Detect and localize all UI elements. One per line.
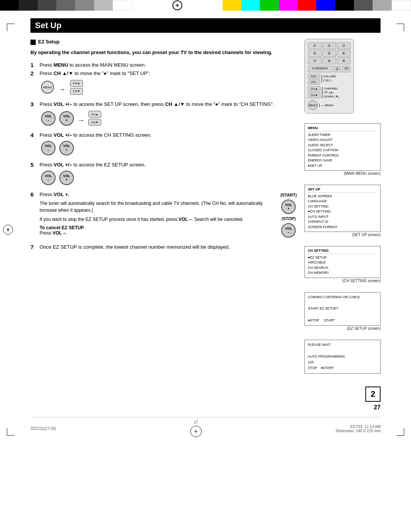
- ez-line3: START EZ SETUP?: [308, 306, 377, 312]
- num-1: ①: [308, 42, 322, 49]
- color-block-blue: [316, 0, 335, 11]
- step-4-block: 4 Press VOL +/– to access the CH SETTING…: [30, 132, 297, 155]
- menu-item-setup: ●SET UP: [308, 163, 377, 169]
- ch-setting-screen: CH SETTING ●EZ SETUP AIR/CABLE CH SEARCH…: [304, 246, 381, 278]
- ez-setup-content: CONNECT ANTENNA OR CABLE. START EZ SETUP…: [308, 294, 377, 323]
- step-2: 2 Press CH ▲/▼ to move the "●" mark to "…: [30, 70, 297, 77]
- step-1-2-block: 1 Press MENU to access the MAIN MENU scr…: [30, 62, 297, 95]
- step-7: 7 Once EZ SETUP is complete, the lowest …: [30, 244, 297, 251]
- prog-screen: PLEASE WAIT AUTO PROGRAMMING 125 STOP ●S…: [304, 340, 381, 373]
- footer-center: 27 +: [190, 420, 202, 437]
- num-0: ⓪: [333, 66, 341, 72]
- color-block-dgray: [354, 0, 373, 11]
- page-number: 27: [30, 404, 381, 411]
- content-area: Set Up EZ Setup By operating the channel…: [23, 18, 388, 437]
- ch-setting-caption: (CH SETTING screen): [304, 279, 381, 283]
- color-block-cyan: [241, 0, 260, 11]
- main-left: EZ Setup By operating the channel preset…: [30, 39, 297, 257]
- vol-minus-5: VOL–: [41, 171, 56, 185]
- step-7-block: 7 Once EZ SETUP is complete, the lowest …: [30, 244, 297, 251]
- step-3: 3 Press VOL +/– to access the SET UP scr…: [30, 101, 297, 108]
- cs-air: AIR/CABLE: [308, 260, 377, 265]
- step-1: 1 Press MENU to access the MAIN MENU scr…: [30, 62, 297, 69]
- step-3-text: Press VOL +/– to access the SET UP scree…: [40, 101, 297, 108]
- menu-item-video: VIDEO ADJUST: [308, 137, 377, 143]
- set-up-screen: SET UP BLUE SCREEN LANGUAGE CH SETTING ●…: [304, 185, 381, 232]
- color-block-dark1: [38, 0, 56, 11]
- step-7-text: Once EZ SETUP is complete, the lowest ch…: [40, 244, 297, 251]
- color-block-yellow: [223, 0, 241, 11]
- color-block-white2: [392, 0, 411, 11]
- page-title: Set Up: [35, 21, 376, 30]
- num-5: ⑤: [322, 50, 336, 57]
- step-5-diagram: VOL– VOL+: [41, 171, 297, 185]
- set-up-caption: (SET UP screen): [304, 233, 381, 237]
- num-7: ⑦: [308, 58, 322, 64]
- footer-part-code: 32C231(27-28): [30, 427, 56, 431]
- flashback-row: FLASHBACK ⓪ 100: [308, 66, 350, 72]
- menu-row-remote: MENU — MENU: [308, 100, 350, 110]
- step-6-num: 6: [30, 191, 37, 198]
- vol-plus-5: VOL+: [59, 171, 74, 185]
- step-5-text: Press VOL +/– to access the EZ SETUP scr…: [40, 161, 297, 168]
- step-5-num: 5: [30, 161, 37, 168]
- remote-numpad: ① ② ③ ④ ⑤ ⑥ ⑦ ⑧ ⑨: [308, 42, 350, 64]
- color-block-black1: [0, 0, 19, 11]
- section-header: EZ Setup: [30, 39, 297, 45]
- footer-row: 32C231(27-28) 27 + 3/27/03, 11:14 AM Dim…: [30, 417, 381, 437]
- color-block-green: [260, 0, 279, 11]
- num-2: ②: [322, 42, 336, 49]
- menu-circle-remote: MENU: [308, 100, 318, 110]
- step-7-num: 7: [30, 244, 37, 250]
- step-2-text: Press CH ▲/▼ to move the "●" mark to "SE…: [40, 70, 297, 77]
- footer-right: 3/27/03, 11:14 AM Dimension: 140 X 215 m…: [336, 425, 381, 433]
- ez-setup-caption: (EZ SETUP screen): [304, 326, 381, 331]
- step-4-text: Press VOL +/– to access the CH SETTING s…: [40, 132, 297, 139]
- step-1-text: Press MENU to access the MAIN MENU scree…: [40, 62, 297, 69]
- footer-date: 3/27/03, 11:14 AM: [336, 425, 381, 429]
- ch-section: CH▲ CH▼: [308, 86, 320, 98]
- step-12-diagram: MENU → CH▲ CH▼: [41, 80, 297, 95]
- color-block-light: [94, 0, 113, 11]
- step-3-block: 3 Press VOL +/– to access the SET UP scr…: [30, 101, 297, 126]
- set-up-screen-wrapper: SET UP BLUE SCREEN LANGUAGE CH SETTING ●…: [304, 185, 381, 237]
- cha-chv-section: CH▲ CH▼ CHANNELUP (▲)DOWN (▼): [308, 86, 350, 99]
- step-6-para1: The tuner will automatically search for …: [40, 200, 277, 214]
- prog-line2: [308, 348, 377, 353]
- cha-remote: CH▲: [308, 86, 320, 92]
- vol-minus-4: VOL–: [41, 141, 56, 155]
- main-layout: EZ Setup By operating the channel preset…: [30, 39, 381, 402]
- chv-btn-3: CH▼: [88, 119, 101, 126]
- num-9: ⑨: [337, 58, 350, 64]
- step-6-cancel: To cancel EZ SETUPPress VOL –.: [40, 225, 277, 236]
- color-block-white: [113, 0, 132, 11]
- step-6-right: (START) VOL+ (STOP) VOL–: [280, 191, 297, 238]
- step-4-diagram: VOL– VOL+: [41, 141, 297, 155]
- color-block-magenta: [279, 0, 298, 11]
- step-6-row: 6 Press VOL +. The tuner will automatica…: [30, 191, 297, 238]
- step-6-para2: If you want to stop the EZ SETUP process…: [40, 216, 277, 223]
- ez-setup-screen: CONNECT ANTENNA OR CABLE. START EZ SETUP…: [304, 292, 381, 326]
- start-label: (START): [280, 193, 297, 197]
- vol-minus-remote: VOL–: [308, 80, 320, 85]
- su-auto: AUTO INPUT: [308, 214, 377, 220]
- step-6-left: 6 Press VOL +. The tuner will automatica…: [30, 191, 277, 235]
- spacer2: [185, 0, 223, 11]
- channel-label: CHANNELUP (▲)DOWN (▼): [322, 87, 339, 99]
- page-num-area: 2: [304, 387, 381, 402]
- color-block-black3: [335, 0, 354, 11]
- su-blue: BLUE SCREEN: [308, 194, 377, 199]
- spacer: [132, 0, 170, 11]
- ez-line4: [308, 312, 377, 318]
- color-block-gray: [75, 0, 94, 11]
- arrow-1: →: [59, 81, 65, 94]
- footer-dimension: Dimension: 140 X 215 mm: [336, 429, 381, 433]
- num-3: ③: [337, 42, 350, 49]
- num-4: ④: [308, 50, 322, 57]
- remote-panel: ① ② ③ ④ ⑤ ⑥ ⑦ ⑧ ⑨ FLASHBACK: [304, 39, 354, 113]
- prog-line3: AUTO PROGRAMMING: [308, 354, 377, 359]
- color-block-black2: [19, 0, 37, 11]
- prog-line4: 125: [308, 359, 377, 365]
- step-5-block: 5 Press VOL +/– to access the EZ SETUP s…: [30, 161, 297, 185]
- cha-btn: CH▲: [70, 80, 83, 87]
